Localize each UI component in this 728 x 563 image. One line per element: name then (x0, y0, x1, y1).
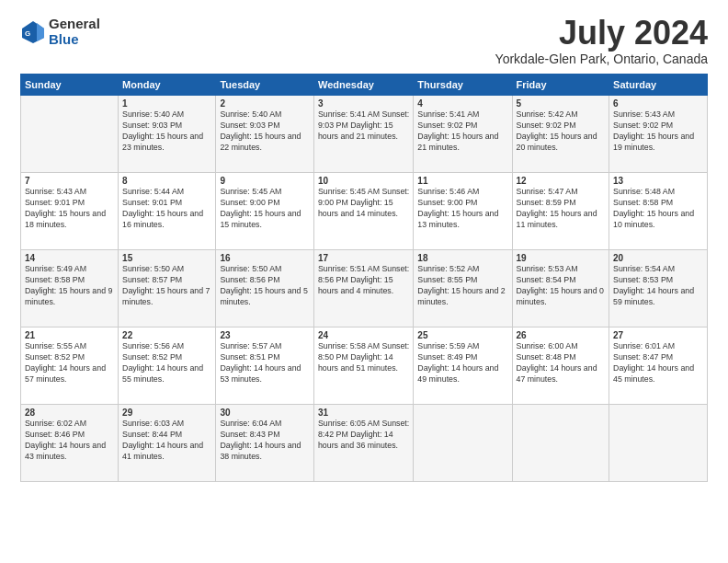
calendar-cell: 28Sunrise: 6:02 AM Sunset: 8:46 PM Dayli… (21, 405, 119, 482)
day-content: Sunrise: 6:00 AM Sunset: 8:48 PM Dayligh… (517, 341, 606, 385)
calendar-cell: 16Sunrise: 5:50 AM Sunset: 8:56 PM Dayli… (216, 250, 314, 327)
day-content: Sunrise: 5:57 AM Sunset: 8:51 PM Dayligh… (220, 341, 310, 385)
calendar-cell: 11Sunrise: 5:46 AM Sunset: 9:00 PM Dayli… (414, 173, 512, 250)
day-number: 12 (517, 176, 606, 186)
svg-text:G: G (25, 29, 30, 38)
day-content: Sunrise: 5:53 AM Sunset: 8:54 PM Dayligh… (517, 264, 606, 308)
calendar-cell: 25Sunrise: 5:59 AM Sunset: 8:49 PM Dayli… (414, 327, 512, 405)
calendar-week-4: 21Sunrise: 5:55 AM Sunset: 8:52 PM Dayli… (21, 327, 708, 405)
day-number: 19 (517, 253, 606, 263)
calendar-week-5: 28Sunrise: 6:02 AM Sunset: 8:46 PM Dayli… (21, 405, 708, 482)
day-content: Sunrise: 6:04 AM Sunset: 8:43 PM Dayligh… (220, 419, 310, 463)
day-number: 15 (122, 253, 211, 263)
day-number: 21 (25, 330, 114, 340)
col-wednesday: Wednesday (313, 75, 413, 96)
calendar-cell (414, 405, 512, 482)
day-number: 3 (318, 98, 409, 109)
calendar-cell: 10Sunrise: 5:45 AM Sunset: 9:00 PM Dayli… (313, 173, 413, 250)
calendar-cell: 23Sunrise: 5:57 AM Sunset: 8:51 PM Dayli… (216, 327, 314, 405)
calendar-cell: 26Sunrise: 6:00 AM Sunset: 8:48 PM Dayli… (512, 327, 609, 405)
calendar-cell: 29Sunrise: 6:03 AM Sunset: 8:44 PM Dayli… (119, 405, 216, 482)
day-content: Sunrise: 5:47 AM Sunset: 8:59 PM Dayligh… (517, 187, 606, 231)
month-title: July 2024 (495, 17, 708, 50)
day-number: 28 (25, 408, 114, 418)
day-content: Sunrise: 5:58 AM Sunset: 8:50 PM Dayligh… (318, 341, 409, 374)
calendar-table: Sunday Monday Tuesday Wednesday Thursday… (20, 74, 708, 482)
calendar-cell: 30Sunrise: 6:04 AM Sunset: 8:43 PM Dayli… (216, 405, 314, 482)
title-area: July 2024 Yorkdale-Glen Park, Ontario, C… (495, 17, 708, 66)
col-friday: Friday (512, 75, 609, 96)
day-number: 30 (220, 408, 310, 418)
day-content: Sunrise: 5:59 AM Sunset: 8:49 PM Dayligh… (417, 341, 507, 385)
calendar-cell: 2Sunrise: 5:40 AM Sunset: 9:03 PM Daylig… (216, 96, 314, 173)
day-content: Sunrise: 5:45 AM Sunset: 9:00 PM Dayligh… (318, 187, 409, 220)
day-content: Sunrise: 5:43 AM Sunset: 9:02 PM Dayligh… (613, 109, 703, 154)
day-content: Sunrise: 5:44 AM Sunset: 9:01 PM Dayligh… (122, 187, 211, 231)
day-number: 16 (220, 253, 310, 263)
day-number: 20 (613, 253, 703, 263)
day-number: 8 (122, 176, 211, 186)
day-content: Sunrise: 5:41 AM Sunset: 9:03 PM Dayligh… (318, 109, 409, 143)
calendar-cell: 9Sunrise: 5:45 AM Sunset: 9:00 PM Daylig… (216, 173, 314, 250)
day-content: Sunrise: 6:01 AM Sunset: 8:47 PM Dayligh… (613, 341, 703, 385)
calendar-cell: 4Sunrise: 5:41 AM Sunset: 9:02 PM Daylig… (414, 96, 512, 173)
day-number: 31 (318, 408, 409, 418)
col-saturday: Saturday (609, 75, 708, 96)
logo-icon: G (20, 19, 46, 45)
header: G General Blue July 2024 Yorkdale-Glen P… (20, 17, 708, 66)
day-content: Sunrise: 5:51 AM Sunset: 8:56 PM Dayligh… (318, 264, 409, 297)
day-content: Sunrise: 5:52 AM Sunset: 8:55 PM Dayligh… (417, 264, 507, 308)
day-content: Sunrise: 5:54 AM Sunset: 8:53 PM Dayligh… (613, 264, 703, 308)
day-number: 22 (122, 330, 211, 340)
calendar-cell: 14Sunrise: 5:49 AM Sunset: 8:58 PM Dayli… (21, 250, 119, 327)
day-number: 10 (318, 176, 409, 186)
calendar-cell: 24Sunrise: 5:58 AM Sunset: 8:50 PM Dayli… (313, 327, 413, 405)
calendar-cell: 1Sunrise: 5:40 AM Sunset: 9:03 PM Daylig… (119, 96, 216, 173)
calendar-cell: 20Sunrise: 5:54 AM Sunset: 8:53 PM Dayli… (609, 250, 708, 327)
calendar-cell: 12Sunrise: 5:47 AM Sunset: 8:59 PM Dayli… (512, 173, 609, 250)
day-number: 25 (417, 330, 507, 340)
calendar-cell: 17Sunrise: 5:51 AM Sunset: 8:56 PM Dayli… (313, 250, 413, 327)
location-title: Yorkdale-Glen Park, Ontario, Canada (495, 52, 708, 66)
day-content: Sunrise: 5:56 AM Sunset: 8:52 PM Dayligh… (122, 341, 211, 385)
day-content: Sunrise: 5:49 AM Sunset: 8:58 PM Dayligh… (25, 264, 114, 308)
calendar-cell: 3Sunrise: 5:41 AM Sunset: 9:03 PM Daylig… (313, 96, 413, 173)
day-number: 29 (122, 408, 211, 418)
calendar-cell: 22Sunrise: 5:56 AM Sunset: 8:52 PM Dayli… (119, 327, 216, 405)
day-number: 11 (417, 176, 507, 186)
col-tuesday: Tuesday (216, 75, 314, 96)
calendar-cell: 8Sunrise: 5:44 AM Sunset: 9:01 PM Daylig… (119, 173, 216, 250)
calendar-cell (609, 405, 708, 482)
day-content: Sunrise: 5:41 AM Sunset: 9:02 PM Dayligh… (417, 109, 507, 154)
day-number: 1 (122, 98, 211, 109)
day-content: Sunrise: 5:45 AM Sunset: 9:00 PM Dayligh… (220, 187, 310, 231)
day-content: Sunrise: 5:43 AM Sunset: 9:01 PM Dayligh… (25, 187, 114, 231)
day-content: Sunrise: 5:42 AM Sunset: 9:02 PM Dayligh… (517, 109, 606, 154)
calendar-cell: 5Sunrise: 5:42 AM Sunset: 9:02 PM Daylig… (512, 96, 609, 173)
day-number: 13 (613, 176, 703, 186)
col-monday: Monday (119, 75, 216, 96)
col-thursday: Thursday (414, 75, 512, 96)
day-content: Sunrise: 5:40 AM Sunset: 9:03 PM Dayligh… (122, 109, 211, 154)
day-number: 23 (220, 330, 310, 340)
calendar-page: G General Blue July 2024 Yorkdale-Glen P… (0, 0, 728, 563)
calendar-cell (512, 405, 609, 482)
day-number: 17 (318, 253, 409, 263)
logo-text: General Blue (49, 17, 100, 47)
day-content: Sunrise: 6:03 AM Sunset: 8:44 PM Dayligh… (122, 419, 211, 463)
day-number: 24 (318, 330, 409, 340)
day-number: 6 (613, 98, 703, 109)
day-content: Sunrise: 5:40 AM Sunset: 9:03 PM Dayligh… (220, 109, 310, 154)
day-number: 2 (220, 98, 310, 109)
day-content: Sunrise: 6:05 AM Sunset: 8:42 PM Dayligh… (318, 419, 409, 452)
day-number: 4 (417, 98, 507, 109)
header-row: Sunday Monday Tuesday Wednesday Thursday… (21, 75, 708, 96)
day-number: 18 (417, 253, 507, 263)
calendar-week-1: 1Sunrise: 5:40 AM Sunset: 9:03 PM Daylig… (21, 96, 708, 173)
day-number: 5 (517, 98, 606, 109)
day-number: 27 (613, 330, 703, 340)
day-content: Sunrise: 5:48 AM Sunset: 8:58 PM Dayligh… (613, 187, 703, 231)
calendar-cell: 13Sunrise: 5:48 AM Sunset: 8:58 PM Dayli… (609, 173, 708, 250)
calendar-cell: 19Sunrise: 5:53 AM Sunset: 8:54 PM Dayli… (512, 250, 609, 327)
day-content: Sunrise: 5:50 AM Sunset: 8:56 PM Dayligh… (220, 264, 310, 308)
